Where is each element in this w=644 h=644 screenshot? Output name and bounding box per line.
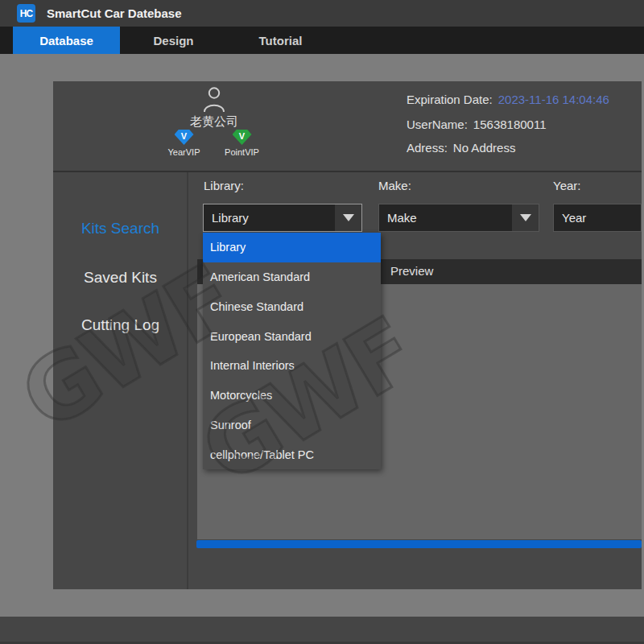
point-vip-badge: V PointVIP: [217, 130, 267, 157]
dropdown-option-internal-interiors[interactable]: Internal Interiors: [203, 351, 381, 381]
address-row: Adress:No Address: [407, 141, 640, 157]
chevron-down-icon: [343, 214, 354, 221]
dropdown-option-library[interactable]: Library: [203, 233, 381, 262]
year-label: Year:: [553, 179, 580, 195]
point-vip-label: PointVIP: [217, 147, 267, 157]
library-select[interactable]: Library: [203, 204, 362, 232]
username-label: UserName:: [407, 118, 468, 131]
library-select-value: Library: [212, 211, 249, 225]
library-select-arrow[interactable]: [335, 204, 361, 231]
username-row: UserName:15638180011: [407, 118, 640, 134]
tab-database[interactable]: Database: [13, 27, 120, 54]
sidebar-item-kits-search[interactable]: Kits Search: [53, 220, 188, 237]
library-dropdown-list: Library American Standard Chinese Standa…: [203, 233, 381, 469]
preview-title: Preview: [390, 264, 433, 278]
header-divider: [53, 171, 642, 172]
expiration-date-value: 2023-11-16 14:04:46: [498, 93, 609, 106]
main-panel: 老黄公司 V YearVIP V PointVIP Expiration Dat…: [53, 81, 642, 589]
make-select-value: Make: [387, 211, 417, 225]
year-vip-label: YearVIP: [159, 147, 209, 157]
year-select-value: Year: [562, 211, 586, 225]
year-vip-badge: V YearVIP: [159, 130, 209, 157]
dropdown-option-cellphone-tablet-pc[interactable]: cellphone/Tablet PC: [203, 440, 381, 469]
dropdown-option-motorcycles[interactable]: Motorcycles: [203, 381, 381, 411]
sidebar-item-saved-kits[interactable]: Saved Kits: [53, 269, 188, 287]
username-value: 15638180011: [473, 118, 547, 131]
year-vip-icon: V: [175, 130, 194, 145]
make-select[interactable]: Make: [378, 204, 539, 232]
expiration-date-row: Expiration Date:2023-11-16 14:04:46: [407, 93, 640, 109]
expiration-date-label: Expiration Date:: [407, 93, 493, 106]
dropdown-option-sunroof[interactable]: Sunroof: [203, 411, 381, 440]
make-label: Make:: [378, 179, 411, 195]
app-window: HC SmartCut Car Datebase Database Design…: [0, 0, 644, 644]
make-select-arrow[interactable]: [512, 204, 539, 231]
chevron-down-icon: [520, 214, 531, 221]
dropdown-option-american-standard[interactable]: American Standard: [203, 262, 381, 292]
title-bar: HC SmartCut Car Datebase: [0, 0, 644, 27]
year-select[interactable]: Year: [553, 204, 642, 232]
tab-design[interactable]: Design: [120, 27, 227, 54]
company-name: 老黄公司: [150, 114, 279, 130]
tab-bar: Database Design Tutorial: [0, 27, 644, 54]
dropdown-option-european-standard[interactable]: European Standard: [203, 321, 381, 351]
app-title: SmartCut Car Datebase: [47, 6, 182, 20]
address-label: Adress:: [407, 141, 448, 155]
tab-tutorial[interactable]: Tutorial: [227, 27, 334, 54]
sidebar-item-cutting-log[interactable]: Cutting Log: [53, 316, 188, 334]
point-vip-icon: V: [233, 130, 252, 145]
library-label: Library:: [204, 179, 244, 195]
app-logo-icon: HC: [17, 4, 35, 23]
horizontal-scrollbar-thumb[interactable]: [196, 540, 642, 548]
bottom-bar: [0, 617, 644, 642]
dropdown-option-chinese-standard[interactable]: Chinese Standard: [203, 292, 381, 322]
person-icon: [202, 86, 226, 113]
address-value: No Address: [453, 141, 516, 155]
